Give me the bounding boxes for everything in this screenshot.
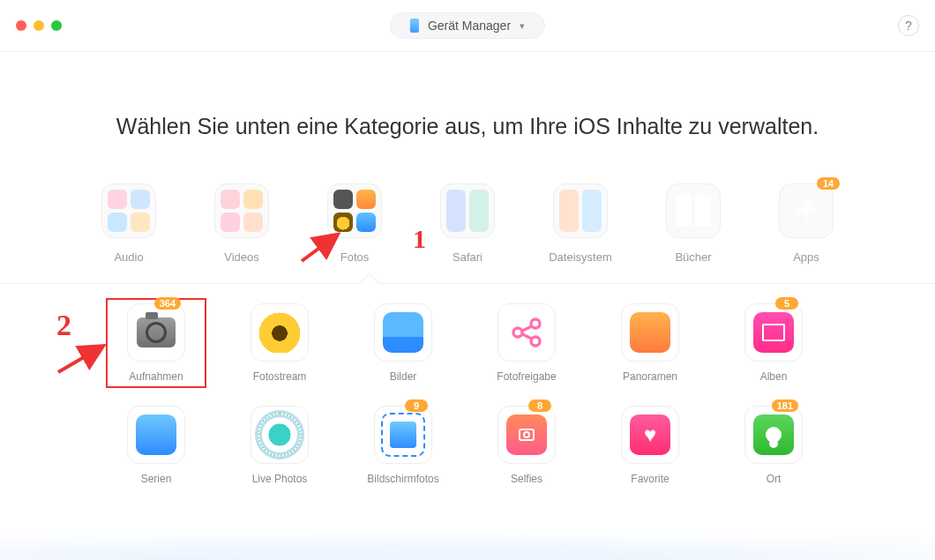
sub-ort[interactable]: 181 Ort [732,406,815,485]
annotation-arrow-2 [55,342,108,381]
album-icon: 5 [744,303,803,362]
category-row: Audio Videos Fotos Safari Dateisystem Bü… [0,183,935,264]
category-label: Bücher [675,250,711,264]
category-audio[interactable]: Audio [96,183,161,264]
svg-line-6 [58,347,101,372]
category-filesystem[interactable]: Dateisystem [548,183,613,264]
favorite-icon: ♥ [621,406,679,464]
svg-rect-3 [520,429,534,440]
screenshots-badge: 9 [405,399,428,412]
audio-icon [101,183,156,238]
alben-badge: 5 [775,297,798,310]
category-label: Dateisystem [549,250,612,264]
decorative-wave [0,498,935,560]
sub-bilder[interactable]: Bilder [362,303,445,383]
category-fotos[interactable]: Fotos [322,183,387,264]
sub-label: Aufnahmen [129,370,183,383]
aufnahmen-badge: 364 [154,297,181,310]
ort-badge: 181 [772,399,798,412]
sub-label: Ort [767,473,782,485]
category-videos[interactable]: Videos [209,183,274,264]
burst-icon [127,406,185,464]
category-books[interactable]: Bücher [661,183,726,264]
device-selector[interactable]: Gerät Manager ▾ [390,12,545,39]
titlebar: Gerät Manager ▾ ? [0,0,935,52]
location-icon: 181 [744,406,803,464]
sub-favorite[interactable]: ♥ Favorite [609,406,692,485]
svg-point-0 [513,328,522,337]
sub-bildschirmfotos[interactable]: 9 Bildschirmfotos [362,406,445,485]
category-divider [0,283,935,284]
sub-aufnahmen[interactable]: 364 Aufnahmen [115,303,198,383]
fotos-icon [327,183,382,238]
annotation-2: 2 [56,309,71,342]
fotostream-icon [251,303,309,362]
screenshot-icon: 9 [374,406,432,464]
category-safari[interactable]: Safari [435,183,500,264]
sub-label: Panoramen [623,370,677,383]
sub-label: Alben [760,370,788,383]
filesystem-icon [553,183,608,238]
panorama-icon [621,303,679,362]
window-controls [16,20,62,31]
apps-icon: 14 [779,183,834,238]
live-photos-icon [251,406,309,464]
minimize-window-button[interactable] [34,20,44,31]
category-label: Apps [793,250,819,264]
category-apps[interactable]: 14 Apps [774,183,839,264]
device-selector-label: Gerät Manager [428,19,511,33]
zoom-window-button[interactable] [51,20,62,31]
apps-badge: 14 [817,177,840,190]
camera-roll-icon: 364 [127,303,185,362]
safari-icon [440,183,495,238]
close-window-button[interactable] [16,20,26,31]
category-label: Fotos [340,250,370,264]
sub-label: Serien [141,473,172,485]
sub-fotostream[interactable]: Fotostream [238,303,321,383]
svg-point-1 [531,319,540,328]
sub-fotofreigabe[interactable]: Fotofreigabe [485,303,568,383]
help-button[interactable]: ? [898,15,919,36]
sub-label: Bildschirmfotos [367,473,438,485]
sub-label: Selfies [511,473,542,485]
books-icon [666,183,721,238]
subcategory-grid: 364 Aufnahmen Fotostream Bilder Fotofrei… [115,303,820,485]
sub-label: Fotostream [253,370,307,383]
category-label: Videos [224,250,259,264]
sub-label: Favorite [631,473,669,485]
svg-point-2 [531,337,540,346]
phone-icon [410,19,419,33]
sub-selfies[interactable]: 8 Selfies [485,406,568,485]
svg-point-4 [524,432,529,437]
share-icon [497,303,556,362]
sub-label: Live Photos [252,473,308,485]
sub-serien[interactable]: Serien [115,406,198,485]
sub-label: Fotofreigabe [497,370,556,383]
selected-pointer-icon [358,273,379,294]
sub-label: Bilder [390,370,417,383]
sub-alben[interactable]: 5 Alben [732,303,815,383]
sub-panoramen[interactable]: Panoramen [609,303,692,383]
bilder-icon [374,303,432,362]
sub-live-photos[interactable]: Live Photos [238,406,321,485]
selfies-badge: 8 [528,399,551,412]
videos-icon [214,183,269,238]
category-label: Audio [114,250,143,264]
category-label: Safari [453,250,482,264]
page-headline: Wählen Sie unten eine Kategorie aus, um … [0,114,935,139]
selfies-icon: 8 [497,406,556,464]
chevron-down-icon: ▾ [520,20,525,32]
